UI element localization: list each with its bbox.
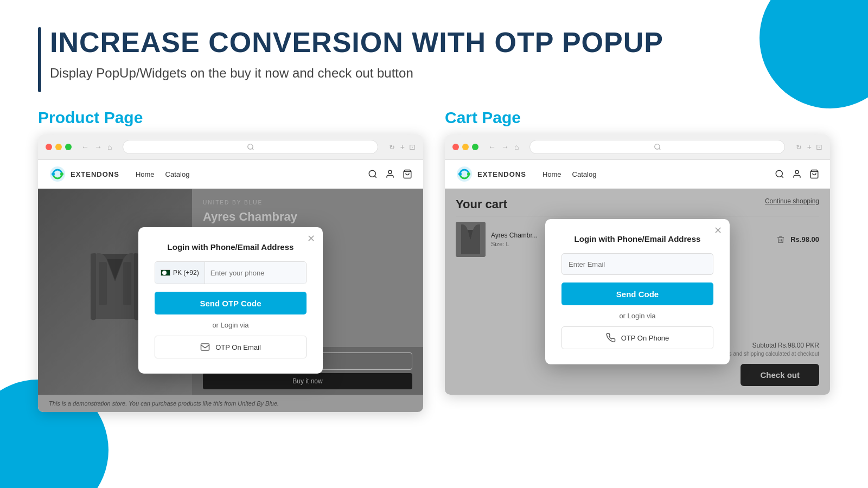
- product-section-label: Product Page: [38, 108, 423, 127]
- cart-browser-dots: [452, 144, 478, 150]
- product-browser-mockup: ← → ⌂ ↻ + ⊡: [38, 134, 423, 412]
- cart-cart-icon[interactable]: [809, 169, 819, 179]
- cart-nav-back[interactable]: ←: [488, 143, 496, 151]
- cart-dot-yellow: [462, 144, 469, 150]
- cart-logo-text: EXTENDONS: [477, 170, 526, 178]
- product-browser-topbar: ← → ⌂ ↻ + ⊡: [38, 134, 423, 160]
- cart-nav-links: Home Catalog: [542, 170, 597, 178]
- dot-green: [65, 144, 72, 150]
- nav-home[interactable]: ⌂: [107, 143, 112, 151]
- cart-section-label: Cart Page: [445, 108, 830, 127]
- browser-nav[interactable]: ← → ⌂: [81, 143, 112, 151]
- product-nav-links: Home Catalog: [136, 170, 190, 178]
- svg-point-2: [52, 172, 55, 176]
- nav-catalog-link[interactable]: Catalog: [165, 170, 190, 178]
- product-popup-title: Login with Phone/Email Address: [155, 242, 307, 252]
- cart-popup-title: Login with Phone/Email Address: [561, 234, 713, 243]
- product-store-navbar: EXTENDONS Home Catalog: [38, 160, 423, 189]
- cart-dot-green: [472, 144, 478, 150]
- window-icon[interactable]: ⊡: [409, 143, 416, 151]
- svg-point-5: [388, 170, 392, 174]
- product-otp-email-label: OTP On Email: [215, 343, 261, 351]
- cart-otp-phone-button[interactable]: OTP On Phone: [561, 326, 713, 349]
- cart-popup-modal: ✕ Login with Phone/Email Address Send Co…: [545, 219, 730, 364]
- cart-search-icon[interactable]: [775, 169, 784, 179]
- product-logo-text: EXTENDONS: [71, 170, 119, 178]
- browser-dots: [46, 144, 72, 150]
- product-store-icons: [368, 169, 412, 179]
- dot-yellow: [55, 144, 62, 150]
- phone-country-code: PK (+92): [173, 269, 199, 277]
- cart-email-input[interactable]: [561, 253, 713, 275]
- product-send-otp-button[interactable]: Send OTP Code: [155, 292, 307, 314]
- nav-home-link[interactable]: Home: [136, 170, 155, 178]
- product-phone-prefix: PK (+92): [155, 262, 205, 284]
- cart-logo-svg: [456, 165, 473, 183]
- cart-store-logo: EXTENDONS: [456, 165, 526, 183]
- columns-container: Product Page ← → ⌂: [38, 108, 830, 412]
- sub-title: Display PopUp/Widgets on the buy it now …: [50, 66, 663, 81]
- cart-search-small-icon: [654, 143, 661, 151]
- cart-popup-close[interactable]: ✕: [714, 226, 722, 235]
- svg-rect-10: [201, 344, 209, 350]
- svg-point-11: [654, 144, 659, 149]
- header-bar: [38, 27, 41, 92]
- cart-browser-addressbar[interactable]: [529, 140, 784, 154]
- browser-addressbar[interactable]: [123, 140, 378, 154]
- nav-refresh[interactable]: ↻: [389, 143, 395, 151]
- product-popup-modal: ✕ Login with Phone/Email Address PK (+92…: [138, 227, 323, 374]
- browser-actions: + ⊡: [400, 143, 416, 151]
- header-text-block: INCREASE CONVERSION WITH OTP POPUP Displ…: [50, 27, 663, 81]
- svg-point-3: [60, 172, 63, 176]
- product-popup-close[interactable]: ✕: [307, 234, 315, 243]
- cart-nav-refresh[interactable]: ↻: [796, 143, 802, 151]
- dot-red: [46, 144, 52, 150]
- logo-svg: [49, 165, 66, 183]
- cart-browser-nav[interactable]: ← → ⌂: [488, 143, 519, 151]
- cart-nav-catalog-link[interactable]: Catalog: [572, 170, 597, 178]
- cart-otp-phone-label: OTP On Phone: [621, 334, 669, 342]
- svg-point-13: [458, 172, 462, 176]
- product-content-area: UNITED BY BLUE Ayres Chambray XS S M L X…: [38, 189, 423, 412]
- product-or-text: or Login via: [155, 321, 307, 329]
- pk-flag-icon: [161, 269, 170, 276]
- cart-nav-home[interactable]: ⌂: [514, 143, 519, 151]
- phone-icon: [606, 333, 616, 343]
- cart-store-icons: [775, 169, 819, 179]
- cart-new-tab-icon[interactable]: +: [807, 143, 812, 151]
- product-phone-input[interactable]: [205, 262, 307, 284]
- product-phone-input-group: PK (+92): [155, 261, 307, 284]
- cart-dot-red: [452, 144, 459, 150]
- user-icon[interactable]: [385, 169, 395, 179]
- product-store-logo: EXTENDONS: [49, 165, 119, 183]
- nav-forward[interactable]: →: [94, 143, 102, 151]
- product-page-column: Product Page ← → ⌂: [38, 108, 423, 412]
- cart-user-icon[interactable]: [792, 169, 802, 179]
- main-title: INCREASE CONVERSION WITH OTP POPUP: [50, 27, 663, 58]
- search-small-icon: [247, 143, 254, 151]
- cart-browser-actions: + ⊡: [807, 143, 822, 151]
- cart-send-code-button[interactable]: Send Code: [561, 282, 713, 305]
- svg-point-15: [776, 170, 782, 177]
- cart-nav-home-link[interactable]: Home: [542, 170, 561, 178]
- cart-nav-forward[interactable]: →: [501, 143, 509, 151]
- svg-point-4: [369, 170, 375, 177]
- header-section: INCREASE CONVERSION WITH OTP POPUP Displ…: [38, 27, 830, 92]
- cart-or-text: or Login via: [561, 312, 713, 320]
- nav-back[interactable]: ←: [81, 143, 89, 151]
- cart-icon[interactable]: [403, 169, 412, 179]
- svg-point-0: [247, 144, 252, 149]
- svg-point-16: [795, 170, 799, 174]
- email-icon: [200, 342, 210, 352]
- cart-store-navbar: EXTENDONS Home Catalog: [445, 160, 830, 189]
- cart-browser-mockup: ← → ⌂ ↻ + ⊡: [445, 134, 830, 395]
- cart-page-column: Cart Page ← → ⌂: [445, 108, 830, 412]
- new-tab-icon[interactable]: +: [400, 143, 405, 151]
- search-icon[interactable]: [368, 169, 378, 179]
- cart-content-area: Your cart Continue shopping: [445, 189, 830, 395]
- cart-browser-topbar: ← → ⌂ ↻ + ⊡: [445, 134, 830, 160]
- svg-point-14: [467, 172, 470, 176]
- product-otp-email-button[interactable]: OTP On Email: [155, 336, 307, 358]
- cart-window-icon[interactable]: ⊡: [816, 143, 822, 151]
